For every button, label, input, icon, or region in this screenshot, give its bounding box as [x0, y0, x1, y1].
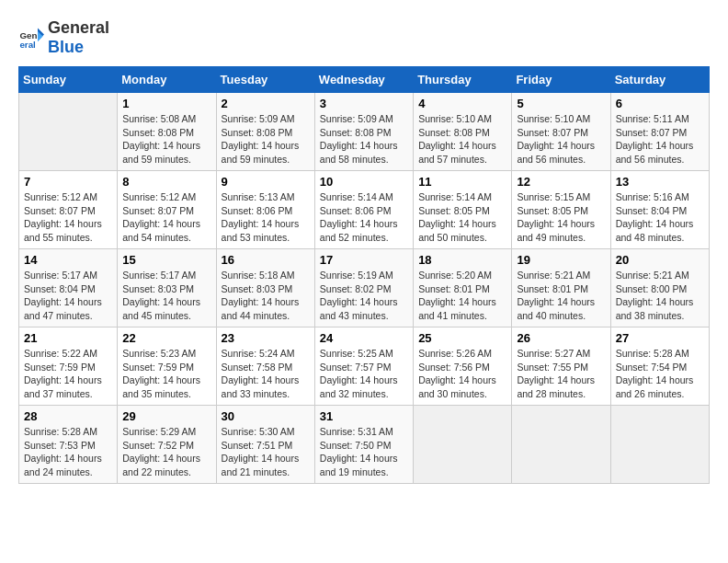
calendar-cell: [512, 406, 610, 484]
calendar-week-row: 14Sunrise: 5:17 AMSunset: 8:04 PMDayligh…: [19, 249, 710, 327]
logo: Gen eral General Blue: [18, 18, 109, 57]
day-number: 9: [222, 175, 310, 189]
day-info: Sunrise: 5:15 AMSunset: 8:05 PMDaylight:…: [517, 190, 605, 245]
day-number: 19: [517, 253, 605, 267]
day-number: 13: [616, 175, 704, 189]
day-number: 20: [616, 253, 704, 267]
day-number: 1: [122, 97, 210, 110]
calendar-week-row: 21Sunrise: 5:22 AMSunset: 7:59 PMDayligh…: [19, 327, 710, 406]
day-number: 31: [320, 409, 408, 423]
calendar-cell: 26Sunrise: 5:27 AMSunset: 7:55 PMDayligh…: [512, 327, 610, 406]
calendar-cell: 23Sunrise: 5:24 AMSunset: 7:58 PMDayligh…: [216, 327, 314, 406]
calendar-cell: 8Sunrise: 5:12 AMSunset: 8:07 PMDaylight…: [118, 171, 216, 249]
day-info: Sunrise: 5:16 AMSunset: 8:04 PMDaylight:…: [616, 190, 704, 245]
day-info: Sunrise: 5:25 AMSunset: 7:57 PMDaylight:…: [320, 347, 408, 401]
day-info: Sunrise: 5:08 AMSunset: 8:08 PMDaylight:…: [122, 112, 210, 167]
calendar-cell: 29Sunrise: 5:29 AMSunset: 7:52 PMDayligh…: [118, 406, 216, 484]
svg-text:eral: eral: [19, 40, 36, 50]
day-info: Sunrise: 5:27 AMSunset: 7:55 PMDaylight:…: [517, 347, 605, 401]
day-number: 7: [24, 175, 112, 189]
day-number: 8: [122, 175, 210, 189]
calendar-week-row: 1Sunrise: 5:08 AMSunset: 8:08 PMDaylight…: [19, 93, 710, 171]
calendar-cell: 10Sunrise: 5:14 AMSunset: 8:06 PMDayligh…: [314, 171, 413, 249]
calendar-cell: 17Sunrise: 5:19 AMSunset: 8:02 PMDayligh…: [314, 249, 413, 327]
day-number: 18: [418, 253, 506, 267]
day-info: Sunrise: 5:14 AMSunset: 8:05 PMDaylight:…: [418, 190, 506, 245]
day-info: Sunrise: 5:29 AMSunset: 7:52 PMDaylight:…: [122, 425, 210, 479]
day-info: Sunrise: 5:13 AMSunset: 8:06 PMDaylight:…: [222, 190, 310, 245]
day-info: Sunrise: 5:20 AMSunset: 8:01 PMDaylight:…: [418, 269, 506, 323]
calendar-cell: 15Sunrise: 5:17 AMSunset: 8:03 PMDayligh…: [118, 249, 216, 327]
day-info: Sunrise: 5:12 AMSunset: 8:07 PMDaylight:…: [122, 190, 210, 245]
calendar-cell: 14Sunrise: 5:17 AMSunset: 8:04 PMDayligh…: [19, 249, 118, 327]
day-number: 23: [222, 331, 310, 345]
day-number: 10: [320, 175, 408, 189]
day-info: Sunrise: 5:28 AMSunset: 7:54 PMDaylight:…: [616, 347, 704, 401]
calendar-cell: 28Sunrise: 5:28 AMSunset: 7:53 PMDayligh…: [19, 406, 118, 484]
day-info: Sunrise: 5:18 AMSunset: 8:03 PMDaylight:…: [222, 269, 310, 323]
calendar-cell: 19Sunrise: 5:21 AMSunset: 8:01 PMDayligh…: [512, 249, 610, 327]
day-number: 27: [616, 331, 704, 345]
calendar-cell: [610, 406, 709, 484]
calendar-cell: 4Sunrise: 5:10 AMSunset: 8:08 PMDaylight…: [414, 93, 512, 171]
day-info: Sunrise: 5:14 AMSunset: 8:06 PMDaylight:…: [320, 190, 408, 245]
calendar-cell: [19, 93, 118, 171]
calendar-cell: 7Sunrise: 5:12 AMSunset: 8:07 PMDaylight…: [19, 171, 118, 249]
day-info: Sunrise: 5:22 AMSunset: 7:59 PMDaylight:…: [24, 347, 112, 401]
calendar-cell: 18Sunrise: 5:20 AMSunset: 8:01 PMDayligh…: [414, 249, 512, 327]
day-info: Sunrise: 5:31 AMSunset: 7:50 PMDaylight:…: [320, 425, 408, 479]
day-number: 30: [222, 409, 310, 423]
day-info: Sunrise: 5:10 AMSunset: 8:08 PMDaylight:…: [418, 112, 506, 167]
day-number: 24: [320, 331, 408, 345]
calendar-header: SundayMondayTuesdayWednesdayThursdayFrid…: [19, 67, 710, 93]
calendar-cell: 22Sunrise: 5:23 AMSunset: 7:59 PMDayligh…: [118, 327, 216, 406]
weekday-header: Saturday: [610, 67, 709, 93]
calendar-cell: 13Sunrise: 5:16 AMSunset: 8:04 PMDayligh…: [610, 171, 709, 249]
day-info: Sunrise: 5:10 AMSunset: 8:07 PMDaylight:…: [517, 112, 605, 167]
day-number: 15: [122, 253, 210, 267]
calendar-cell: 30Sunrise: 5:30 AMSunset: 7:51 PMDayligh…: [216, 406, 314, 484]
day-number: 26: [517, 331, 605, 345]
calendar-week-row: 28Sunrise: 5:28 AMSunset: 7:53 PMDayligh…: [19, 406, 710, 484]
day-number: 14: [24, 253, 112, 267]
day-number: 12: [517, 175, 605, 189]
calendar-cell: 21Sunrise: 5:22 AMSunset: 7:59 PMDayligh…: [19, 327, 118, 406]
calendar-cell: 3Sunrise: 5:09 AMSunset: 8:08 PMDaylight…: [314, 93, 413, 171]
day-info: Sunrise: 5:23 AMSunset: 7:59 PMDaylight:…: [122, 347, 210, 401]
weekday-header: Monday: [118, 67, 216, 93]
calendar-cell: 1Sunrise: 5:08 AMSunset: 8:08 PMDaylight…: [118, 93, 216, 171]
calendar-body: 1Sunrise: 5:08 AMSunset: 8:08 PMDaylight…: [19, 93, 710, 484]
day-info: Sunrise: 5:24 AMSunset: 7:58 PMDaylight:…: [222, 347, 310, 401]
day-number: 28: [24, 409, 112, 423]
weekday-header: Thursday: [414, 67, 512, 93]
logo-blue-text: Blue: [48, 38, 84, 56]
calendar-cell: 6Sunrise: 5:11 AMSunset: 8:07 PMDaylight…: [610, 93, 709, 171]
day-info: Sunrise: 5:12 AMSunset: 8:07 PMDaylight:…: [24, 190, 112, 245]
day-number: 4: [418, 97, 506, 110]
day-number: 3: [320, 97, 408, 110]
day-number: 6: [616, 97, 704, 110]
calendar-cell: 5Sunrise: 5:10 AMSunset: 8:07 PMDaylight…: [512, 93, 610, 171]
day-info: Sunrise: 5:17 AMSunset: 8:03 PMDaylight:…: [122, 269, 210, 323]
day-number: 25: [418, 331, 506, 345]
day-info: Sunrise: 5:21 AMSunset: 8:00 PMDaylight:…: [616, 269, 704, 323]
calendar-cell: 20Sunrise: 5:21 AMSunset: 8:00 PMDayligh…: [610, 249, 709, 327]
day-info: Sunrise: 5:11 AMSunset: 8:07 PMDaylight:…: [616, 112, 704, 167]
weekday-header: Sunday: [19, 67, 118, 93]
calendar-week-row: 7Sunrise: 5:12 AMSunset: 8:07 PMDaylight…: [19, 171, 710, 249]
page-header: Gen eral General Blue: [18, 18, 710, 57]
calendar-cell: 25Sunrise: 5:26 AMSunset: 7:56 PMDayligh…: [414, 327, 512, 406]
day-info: Sunrise: 5:19 AMSunset: 8:02 PMDaylight:…: [320, 269, 408, 323]
calendar-cell: [414, 406, 512, 484]
calendar-cell: 9Sunrise: 5:13 AMSunset: 8:06 PMDaylight…: [216, 171, 314, 249]
weekday-header: Friday: [512, 67, 610, 93]
calendar-cell: 12Sunrise: 5:15 AMSunset: 8:05 PMDayligh…: [512, 171, 610, 249]
day-number: 11: [418, 175, 506, 189]
day-info: Sunrise: 5:26 AMSunset: 7:56 PMDaylight:…: [418, 347, 506, 401]
day-number: 17: [320, 253, 408, 267]
weekday-header: Tuesday: [216, 67, 314, 93]
day-info: Sunrise: 5:09 AMSunset: 8:08 PMDaylight:…: [320, 112, 408, 167]
day-info: Sunrise: 5:28 AMSunset: 7:53 PMDaylight:…: [24, 425, 112, 479]
logo-general-text: General: [48, 18, 109, 38]
calendar-cell: 31Sunrise: 5:31 AMSunset: 7:50 PMDayligh…: [314, 406, 413, 484]
